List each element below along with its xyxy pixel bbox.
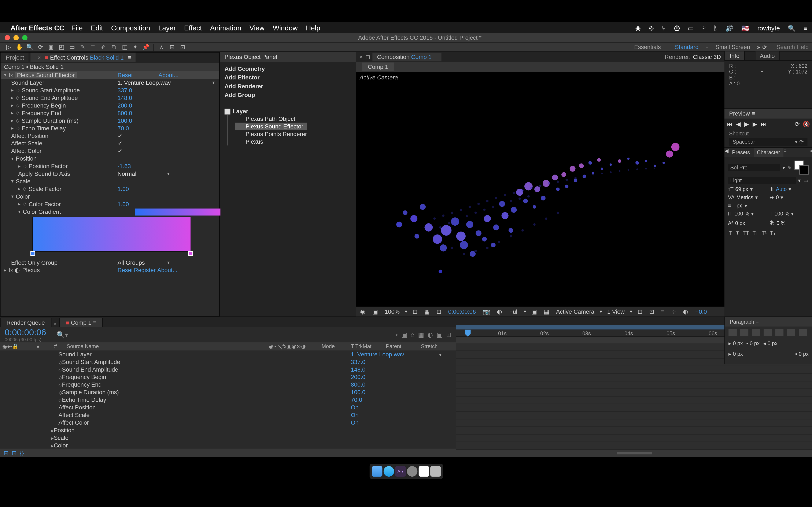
dock-safari[interactable] xyxy=(383,466,394,476)
search-help-input[interactable]: Search Help xyxy=(776,44,809,50)
cc-icon[interactable]: ⊚ xyxy=(649,24,654,31)
renderer-value[interactable]: Classic 3D xyxy=(693,54,721,60)
tl-sea-val[interactable]: 148.0 xyxy=(351,366,456,373)
tab-presets[interactable]: Presets xyxy=(728,148,753,157)
gradient-stop-left[interactable] xyxy=(31,251,35,256)
checkbox-affect-pos[interactable]: ✓ xyxy=(117,133,122,139)
transparency-icon[interactable]: ▦ xyxy=(542,308,551,315)
flag-icon[interactable]: 🇺🇸 xyxy=(742,24,750,31)
twirl-icon[interactable]: ▸ xyxy=(11,88,16,93)
channel-icon[interactable]: ◐ xyxy=(495,308,504,315)
res-icon[interactable]: ⊞ xyxy=(411,308,419,315)
tl-fb-val[interactable]: 200.0 xyxy=(351,374,456,380)
kerning-val[interactable]: Metrics xyxy=(736,194,753,201)
fx-toggle-icon[interactable]: fx xyxy=(9,72,14,78)
tl-sd-val[interactable]: 100.0 xyxy=(351,389,456,395)
tab-effect-controls[interactable]: × ■ Effect Controls Black Solid 1 ≡ xyxy=(30,53,136,62)
dock-after-effects[interactable]: Ae xyxy=(395,466,406,476)
pop-tree-path-object[interactable]: Plexus Path Object xyxy=(235,115,351,123)
last-frame-icon[interactable]: ⏭ xyxy=(761,121,767,127)
menu-file[interactable]: File xyxy=(71,24,83,32)
register-plexus[interactable]: Register xyxy=(134,267,156,273)
justify-center-icon[interactable] xyxy=(775,329,783,336)
next-frame-icon[interactable]: ▶ xyxy=(753,121,757,127)
tab-menu-icon[interactable]: ≡ xyxy=(128,54,131,61)
loop-icon[interactable]: ⟳ xyxy=(795,121,799,127)
tl-ssa-val[interactable]: 337.0 xyxy=(351,359,456,365)
baseline-val[interactable]: 0 px xyxy=(735,220,745,226)
tab-project[interactable]: Project xyxy=(1,53,30,62)
dropdown-effect-group[interactable]: All Groups xyxy=(117,260,145,266)
hide-shy-icon[interactable]: ⌂ xyxy=(411,331,414,338)
color-swatches[interactable] xyxy=(795,161,809,174)
menu-layer[interactable]: Layer xyxy=(158,24,176,32)
toggle-in-out-icon[interactable]: {} xyxy=(20,450,24,456)
menu-icon[interactable]: ≡ xyxy=(804,24,808,31)
workspace-standard[interactable]: Standard xyxy=(668,43,706,51)
menu-help[interactable]: Help xyxy=(306,24,320,32)
vscale-val[interactable]: 100 % xyxy=(734,211,749,217)
effect-plexus-name[interactable]: Plexus xyxy=(22,267,43,273)
workspace-essentials[interactable]: Essentials xyxy=(627,43,668,51)
record-icon[interactable]: ◉ xyxy=(635,24,641,31)
val-echo-delay[interactable]: 70.0 xyxy=(117,125,129,131)
timeline-zoom-slider[interactable] xyxy=(456,450,812,457)
font-weight-dropdown[interactable]: Light xyxy=(728,177,796,184)
align-center-icon[interactable] xyxy=(740,329,748,336)
comp-breadcrumb[interactable]: Comp 1 xyxy=(362,62,394,71)
brainstorm-icon[interactable]: ⊡ xyxy=(446,331,451,338)
view-camera-dropdown[interactable]: Active Camera xyxy=(554,308,596,315)
dock-trash[interactable] xyxy=(430,466,441,476)
graph-editor-icon[interactable]: ▣ xyxy=(437,331,443,338)
val-color-factor[interactable]: 1.00 xyxy=(117,201,129,207)
axis-tool-icon[interactable]: ⋏ xyxy=(156,43,167,51)
dropdown-apply-axis[interactable]: Normal xyxy=(117,170,136,177)
draft3d-icon[interactable]: ▣ xyxy=(401,331,407,338)
camera-tool-icon[interactable]: ▣ xyxy=(46,43,56,51)
tab-render-queue[interactable]: Render Queue xyxy=(0,318,51,327)
menu-window[interactable]: Window xyxy=(273,24,298,32)
pop-add-geometry[interactable]: Add Geometry xyxy=(224,64,351,73)
roi-icon[interactable]: ▣ xyxy=(530,308,539,315)
pop-tree-points-renderer[interactable]: Plexus Points Renderer xyxy=(235,130,351,138)
presets-chevron-icon[interactable]: ◀ xyxy=(724,148,728,157)
checkbox-affect-color[interactable]: ✓ xyxy=(117,148,122,154)
wifi-icon[interactable]: ⌔ xyxy=(702,24,706,31)
views-dropdown[interactable]: 1 View xyxy=(605,308,626,315)
grid-icon[interactable]: ▦ xyxy=(422,308,431,315)
superscript-icon[interactable]: T¹ xyxy=(762,230,767,236)
reset-link[interactable]: Reset xyxy=(117,72,133,78)
brush-tool-icon[interactable]: ✐ xyxy=(98,43,109,51)
maximize-window[interactable] xyxy=(22,35,28,40)
roto-tool-icon[interactable]: ✦ xyxy=(130,43,140,51)
exposure-value[interactable]: +0.0 xyxy=(694,308,709,315)
reset-plexus[interactable]: Reset xyxy=(117,267,133,273)
dock-finder[interactable] xyxy=(371,466,382,476)
composition-viewer[interactable]: Active Camera xyxy=(356,72,724,307)
presets-chevron2-icon[interactable]: » xyxy=(809,148,812,157)
allcaps-icon[interactable]: TT xyxy=(743,230,749,236)
puppet-tool-icon[interactable]: 📌 xyxy=(140,43,151,51)
zoom-value[interactable]: 100% xyxy=(383,308,401,315)
toggle-switches-icon[interactable]: ⊞ xyxy=(4,450,8,456)
selection-tool-icon[interactable]: ▷ xyxy=(4,43,14,51)
fast-preview-icon[interactable]: ⊡ xyxy=(648,308,656,315)
pan-behind-tool-icon[interactable]: ◰ xyxy=(56,43,67,51)
val-scale-factor[interactable]: 1.00 xyxy=(117,186,129,192)
tl-ap-val[interactable]: On xyxy=(351,404,456,410)
guides-icon[interactable]: ⊡ xyxy=(435,308,443,315)
timeline-timecode[interactable]: 0:00:00:06 xyxy=(5,327,46,337)
pop-tree-plexus[interactable]: Plexus xyxy=(235,138,351,146)
effect-name[interactable]: Plexus Sound Effector xyxy=(14,72,77,78)
smallcaps-icon[interactable]: Tт xyxy=(753,230,758,236)
pop-tree-sound-effector[interactable]: Plexus Sound Effector xyxy=(235,123,307,130)
tsume-val[interactable]: 0 % xyxy=(776,220,785,226)
hand-tool-icon[interactable]: ✋ xyxy=(14,43,24,51)
resolution-dropdown[interactable]: Full xyxy=(507,308,520,315)
justify-left-icon[interactable] xyxy=(764,329,772,336)
frame-blend-icon[interactable]: ▦ xyxy=(418,331,424,338)
tab-composition[interactable]: Composition Comp 1 ≡ xyxy=(372,53,441,61)
snap2-tool-icon[interactable]: ⊡ xyxy=(177,43,188,51)
zoom-tool-icon[interactable]: 🔍 xyxy=(24,43,35,51)
dock-app[interactable] xyxy=(407,466,417,476)
